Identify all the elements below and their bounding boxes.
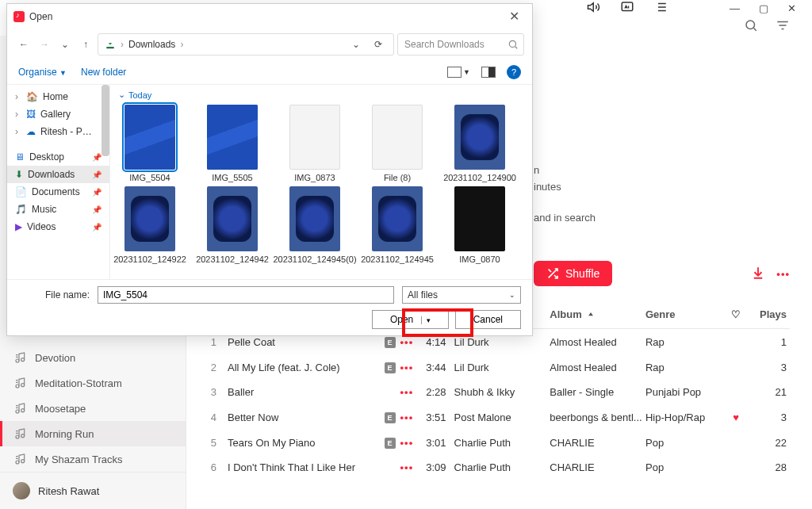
pin-icon: 📌 (92, 205, 102, 214)
file-item[interactable]: 20231102_124942 (201, 186, 264, 265)
pin-icon: 📌 (92, 170, 102, 179)
pin-icon: 📌 (92, 153, 102, 162)
documents-icon: 📄 (15, 186, 27, 197)
table-row[interactable]: 4 Better Now E ••• 3:51 Post Malone beer… (201, 404, 790, 430)
explicit-badge: E (385, 362, 396, 373)
home-icon: 🏠 (26, 91, 38, 102)
thumbnail (124, 105, 175, 170)
sidebar-item-gallery[interactable]: › 🖼 Gallery (7, 105, 109, 123)
view-button[interactable]: ▼ (447, 67, 470, 78)
track-more-icon[interactable]: ••• (400, 336, 414, 348)
svg-point-5 (21, 384, 25, 387)
close-icon[interactable]: ✕ (503, 7, 526, 25)
sidebar-item-home[interactable]: › 🏠 Home (7, 88, 109, 105)
file-item[interactable]: 20231102_124900 (448, 105, 511, 183)
heart-icon[interactable]: ♥ (733, 411, 739, 423)
gallery-icon: 🖼 (26, 109, 36, 120)
file-pane: ⌄Today IMG_5504 IMG_5505 IMG_0873 File (… (110, 85, 532, 279)
file-item[interactable]: 20231102_124945 (366, 186, 429, 265)
filename-input[interactable] (98, 286, 394, 304)
sidebar-item-downloads[interactable]: ⬇ Downloads 📌 (7, 166, 109, 183)
svg-point-1 (746, 21, 755, 29)
refresh-button[interactable]: ⟳ (370, 36, 387, 53)
file-item[interactable]: 20231102_124945(0) (283, 186, 347, 265)
sidebar-item-videos[interactable]: ▶ Videos 📌 (7, 218, 109, 235)
back-button[interactable]: ← (15, 36, 33, 53)
forward-button[interactable]: → (36, 36, 53, 53)
dialog-nav: ← → ⌄ ↑ › Downloads › ⌄ ⟳ Search Downloa… (7, 29, 532, 60)
table-row[interactable]: 6 I Don't Think That I Like Her ••• 3:09… (201, 455, 790, 480)
music-icon: 🎵 (15, 204, 27, 215)
track-more-icon[interactable]: ••• (400, 437, 414, 449)
queue-icon[interactable] (653, 0, 668, 17)
file-item[interactable]: IMG_0870 (448, 186, 511, 265)
col-album[interactable]: Album (550, 308, 645, 320)
file-item[interactable]: IMG_0873 (283, 105, 347, 183)
file-item[interactable]: 20231102_124922 (118, 186, 182, 265)
pin-icon: 📌 (92, 223, 102, 232)
up-button[interactable]: ↑ (77, 36, 94, 53)
filter-icon[interactable] (776, 18, 790, 35)
playlist-meta: n inutes and in search (534, 163, 790, 226)
breadcrumb[interactable]: › Downloads › ⌄ ⟳ (98, 33, 394, 55)
file-type-filter[interactable]: All files⌄ (402, 286, 521, 304)
minimize-button[interactable]: — (730, 2, 740, 14)
videos-icon: ▶ (15, 221, 22, 232)
dialog-footer: File name: All files⌄ Open ▾ Cancel (7, 279, 532, 335)
sidebar-item-music[interactable]: 🎵 Music 📌 (7, 201, 109, 218)
sidebar-item-meditation-stotram[interactable]: Meditation-Stotram (0, 370, 186, 396)
track-more-icon[interactable]: ••• (400, 461, 414, 473)
pin-icon: 📌 (92, 188, 102, 197)
sidebar-item-morning-run[interactable]: Morning Run (0, 421, 186, 446)
help-button[interactable]: ? (507, 65, 521, 79)
close-button[interactable]: ✕ (787, 2, 796, 14)
open-button[interactable]: Open ▾ (372, 310, 449, 329)
col-plays[interactable]: Plays (747, 308, 787, 320)
table-row[interactable]: 5 Tears On My Piano E ••• 3:01 Charlie P… (201, 430, 790, 455)
col-genre[interactable]: Genre (645, 308, 725, 320)
search-input[interactable]: Search Downloads (397, 33, 524, 55)
track-more-icon[interactable]: ••• (400, 386, 414, 398)
lyrics-icon[interactable] (620, 0, 634, 17)
svg-point-6 (16, 410, 19, 413)
file-item[interactable]: IMG_5505 (201, 105, 264, 183)
thumbnail (289, 186, 340, 251)
thumbnail (372, 186, 423, 251)
col-heart[interactable]: ♡ (725, 308, 747, 320)
dialog-titlebar: Open ✕ (7, 4, 532, 29)
download-icon[interactable] (751, 266, 765, 282)
maximize-button[interactable]: ▢ (759, 2, 768, 14)
shuffle-button[interactable]: Shuffle (534, 261, 612, 286)
file-item[interactable]: IMG_5504 (118, 105, 182, 183)
avatar (13, 482, 30, 499)
recent-dropdown[interactable]: ⌄ (56, 36, 74, 53)
svg-point-10 (16, 461, 19, 464)
sidebar-item-my-shazam-tracks[interactable]: My Shazam Tracks (0, 446, 186, 472)
sidebar-item-ritesh-person[interactable]: › ☁ Ritesh - Person (7, 123, 109, 140)
sidebar-item-documents[interactable]: 📄 Documents 📌 (7, 183, 109, 201)
more-icon[interactable]: ••• (776, 268, 790, 280)
svg-point-8 (16, 435, 19, 438)
svg-point-2 (16, 359, 19, 362)
breadcrumb-dropdown[interactable]: ⌄ (347, 36, 365, 53)
preview-button[interactable] (481, 67, 496, 78)
user-profile[interactable]: Ritesh Rawat (0, 472, 186, 509)
explicit-badge: E (385, 438, 396, 449)
cancel-button[interactable]: Cancel (455, 310, 521, 329)
table-row[interactable]: 2 All My Life (feat. J. Cole) E ••• 3:44… (201, 354, 790, 380)
scrollbar[interactable] (102, 85, 109, 156)
track-more-icon[interactable]: ••• (400, 411, 414, 423)
sidebar-item-devotion[interactable]: Devotion (0, 345, 186, 370)
sidebar-item-moosetape[interactable]: Moosetape (0, 396, 186, 421)
search-icon (508, 39, 519, 50)
group-header[interactable]: ⌄Today (118, 90, 524, 100)
organise-button[interactable]: Organise ▼ (18, 67, 67, 78)
sidebar-item-desktop[interactable]: 🖥 Desktop 📌 (7, 148, 109, 166)
table-row[interactable]: 3 Baller ••• 2:28 Shubh & Ikky Baller - … (201, 380, 790, 404)
filename-label: File name: (18, 289, 90, 300)
new-folder-button[interactable]: New folder (81, 67, 126, 78)
search-icon[interactable] (744, 18, 758, 35)
sound-icon[interactable] (587, 0, 601, 17)
track-more-icon[interactable]: ••• (400, 362, 414, 373)
file-item[interactable]: File (8) (366, 105, 429, 183)
